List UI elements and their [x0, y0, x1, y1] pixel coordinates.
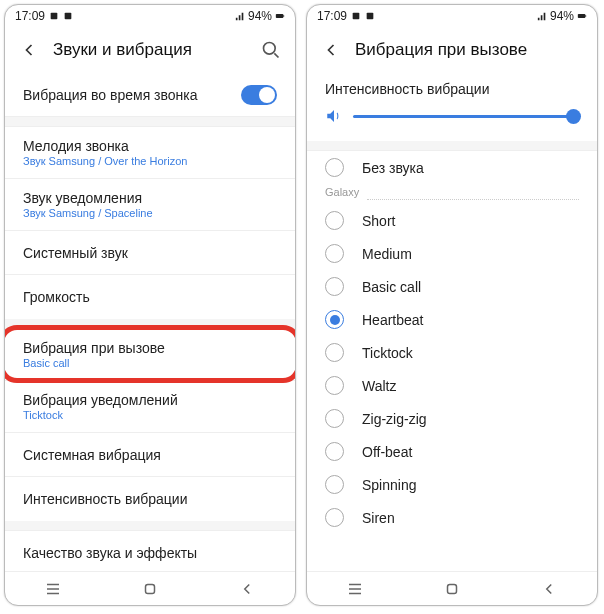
radio-button[interactable] [325, 310, 344, 329]
settings-row[interactable]: Звук уведомленияЗвук Samsung / Spaceline [5, 179, 295, 231]
option-label: Waltz [362, 378, 396, 394]
row-subtitle: Звук Samsung / Over the Horizon [23, 155, 187, 167]
status-icon [49, 11, 59, 21]
signal-icon [235, 11, 245, 21]
radio-button[interactable] [325, 442, 344, 461]
vibration-option[interactable]: Zig-zig-zig [307, 402, 597, 435]
option-label: Zig-zig-zig [362, 411, 427, 427]
radio-button[interactable] [325, 277, 344, 296]
search-icon[interactable] [261, 40, 281, 60]
row-label: Вибрация при вызове [23, 340, 165, 356]
row-subtitle: Звук Samsung / Spaceline [23, 207, 153, 219]
radio-button[interactable] [325, 376, 344, 395]
vibration-list: Интенсивность вибрации Без звука Galaxy … [307, 73, 597, 571]
radio-button[interactable] [325, 158, 344, 177]
svg-rect-0 [51, 13, 58, 20]
settings-row[interactable]: Вибрация уведомленийTicktock [5, 381, 295, 433]
row-label: Громкость [23, 289, 90, 305]
back-icon[interactable] [19, 40, 39, 60]
radio-button[interactable] [325, 508, 344, 527]
row-label: Мелодия звонка [23, 138, 187, 154]
vibration-option[interactable]: Off-beat [307, 435, 597, 468]
vibration-option[interactable]: Basic call [307, 270, 597, 303]
status-icon [351, 11, 361, 21]
section-gap [5, 117, 295, 127]
row-label: Системный звук [23, 245, 128, 261]
radio-button[interactable] [325, 475, 344, 494]
radio-button[interactable] [325, 343, 344, 362]
header: Звуки и вибрация [5, 27, 295, 73]
svg-rect-10 [367, 13, 374, 20]
intensity-slider[interactable] [353, 115, 579, 118]
phone-left: 17:09 94% Звуки и вибрация Вибрация во в… [4, 4, 296, 606]
option-label: Ticktock [362, 345, 413, 361]
back-icon[interactable] [321, 40, 341, 60]
settings-row[interactable]: Системный звук [5, 231, 295, 275]
row-subtitle: Basic call [23, 357, 165, 369]
header: Вибрация при вызове [307, 27, 597, 73]
nav-bar [307, 571, 597, 605]
row-label: Вибрация уведомлений [23, 392, 178, 408]
section-gap [5, 521, 295, 531]
status-icon [365, 11, 375, 21]
vibration-option[interactable]: Medium [307, 237, 597, 270]
nav-recents[interactable] [346, 580, 364, 598]
svg-rect-11 [578, 14, 586, 18]
page-title: Вибрация при вызове [355, 40, 583, 60]
vibration-option[interactable]: Siren [307, 501, 597, 534]
intensity-slider-row [307, 101, 597, 141]
section-gap [5, 319, 295, 329]
settings-row[interactable]: Интенсивность вибрации [5, 477, 295, 521]
status-icon [63, 11, 73, 21]
radio-button[interactable] [325, 409, 344, 428]
vibration-option[interactable]: Short [307, 204, 597, 237]
category-label: Galaxy [307, 184, 597, 199]
status-time: 17:09 [317, 9, 347, 23]
svg-rect-12 [585, 15, 586, 17]
row-label: Вибрация во время звонка [23, 87, 198, 103]
vibration-option[interactable]: Heartbeat [307, 303, 597, 336]
option-label: Off-beat [362, 444, 412, 460]
nav-home[interactable] [443, 580, 461, 598]
nav-back[interactable] [540, 580, 558, 598]
option-label: Medium [362, 246, 412, 262]
settings-row[interactable]: Качество звука и эффекты [5, 531, 295, 571]
vibration-option[interactable]: Waltz [307, 369, 597, 402]
vibration-option[interactable]: Ticktock [307, 336, 597, 369]
settings-row[interactable]: Громкость [5, 275, 295, 319]
option-label: Heartbeat [362, 312, 423, 328]
svg-rect-2 [276, 14, 284, 18]
battery-text: 94% [248, 9, 272, 23]
option-label: Basic call [362, 279, 421, 295]
settings-row[interactable]: Вибрация при вызовеBasic call [5, 329, 295, 381]
status-bar: 17:09 94% [5, 5, 295, 27]
svg-rect-16 [447, 584, 456, 593]
radio-button[interactable] [325, 244, 344, 263]
row-label: Звук уведомления [23, 190, 153, 206]
phone-right: 17:09 94% Вибрация при вызове Интенсивно… [306, 4, 598, 606]
toggle-vibrate[interactable] [241, 85, 277, 105]
radio-button[interactable] [325, 211, 344, 230]
divider [367, 199, 579, 200]
svg-rect-8 [145, 584, 154, 593]
row-label: Качество звука и эффекты [23, 545, 197, 561]
row-subtitle: Ticktock [23, 409, 178, 421]
battery-icon [275, 11, 285, 21]
nav-home[interactable] [141, 580, 159, 598]
option-label: Без звука [362, 160, 424, 176]
row-vibrate-while-ring[interactable]: Вибрация во время звонка [5, 73, 295, 117]
row-label: Системная вибрация [23, 447, 161, 463]
signal-icon [537, 11, 547, 21]
nav-back[interactable] [238, 580, 256, 598]
option-label: Siren [362, 510, 395, 526]
settings-row[interactable]: Мелодия звонкаЗвук Samsung / Over the Ho… [5, 127, 295, 179]
battery-icon [577, 11, 587, 21]
settings-row[interactable]: Системная вибрация [5, 433, 295, 477]
svg-rect-3 [283, 15, 284, 17]
vibration-option[interactable]: Spinning [307, 468, 597, 501]
status-bar: 17:09 94% [307, 5, 597, 27]
nav-recents[interactable] [44, 580, 62, 598]
nav-bar [5, 571, 295, 605]
option-no-sound[interactable]: Без звука [307, 151, 597, 184]
option-label: Short [362, 213, 395, 229]
